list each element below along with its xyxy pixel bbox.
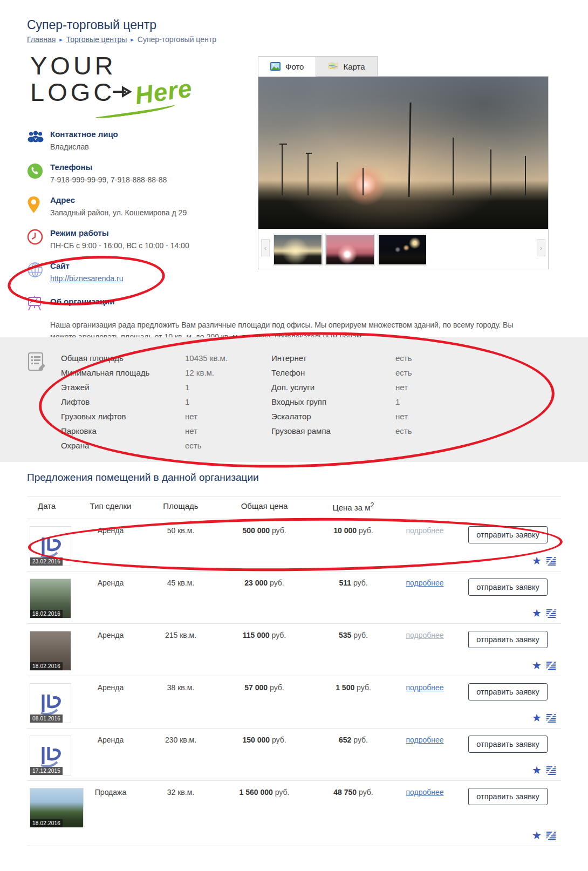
work-hours-item: Режим работы ПН-СБ с 9:00 - 16:00, ВС с … [27,228,259,252]
char-value: 1 [395,394,482,409]
main-photo [258,77,548,229]
tab-photo[interactable]: Фото [258,56,316,77]
send-request-button[interactable]: отправить заявку [468,526,547,543]
compare-icon[interactable] [546,831,556,840]
send-request-button[interactable]: отправить заявку [468,736,547,753]
offer-total-price: 115 000 руб. [216,631,313,676]
characteristics-left-column: Общая площадь10435 кв.м. Минимальная пло… [61,351,271,453]
breadcrumb-malls-link[interactable]: Торговые центры [66,35,127,44]
offer-thumbnail[interactable]: 17.12.2015 [30,736,71,775]
address-value: Западный район, ул. Кошемирова д 29 [50,208,187,217]
site-link[interactable]: http://biznesarenda.ru [50,274,123,283]
favorite-star-icon[interactable]: ★ [532,660,542,671]
contact-person-label: Контактное лицо [50,130,118,139]
favorite-star-icon[interactable]: ★ [532,555,542,566]
offer-price-per-m2: 10 000 руб. [313,526,394,571]
char-label: Телефон [271,365,395,380]
people-icon [27,130,50,153]
char-value: 12 кв.м. [185,365,271,380]
phones-item: Телефоны 7-918-999-99-99, 7-918-888-88-8… [27,162,259,186]
favorite-star-icon[interactable]: ★ [532,712,542,723]
thumbnail-1[interactable] [273,234,323,266]
breadcrumb: Главная▸Торговые центры▸Супер-торговый ц… [27,35,216,44]
site-label: Сайт [50,261,123,270]
about-label: Об организации [50,295,115,310]
offer-type: Аренда [76,683,146,728]
offer-area: 215 кв.м. [146,631,216,676]
work-hours-value: ПН-СБ с 9:00 - 16:00, ВС с 10:00 - 14:00 [50,241,189,250]
favorite-star-icon[interactable]: ★ [532,608,542,618]
breadcrumb-home-link[interactable]: Главная [27,35,56,44]
tab-photo-label: Фото [285,62,304,71]
offer-thumbnail[interactable]: 23.02.2016 [30,526,71,566]
send-request-button[interactable]: отправить заявку [468,579,547,596]
char-label: Входных групп [271,394,395,409]
details-link[interactable]: подробнее [406,526,443,535]
compare-icon[interactable] [546,609,556,618]
offer-area: 230 кв.м. [146,736,216,780]
char-label: Общая площадь [61,351,185,365]
thumbnail-2[interactable] [325,234,375,266]
char-label: Лифтов [61,394,185,409]
header-date: Дата [27,501,76,512]
offers-title: Предложения помещений в данной организац… [27,472,588,484]
offer-row: 18.02.2016 Аренда 215 кв.м. 115 000 руб.… [27,623,561,676]
offer-row: 18.02.2016 Продажа 32 кв.м. 1 560 000 ру… [27,780,561,846]
details-link[interactable]: подробнее [406,736,443,744]
char-label: Грузовая рампа [271,424,395,438]
details-link[interactable]: подробнее [406,788,443,797]
offer-thumbnail[interactable]: 08.01.2016 [30,683,71,723]
offers-section: Предложения помещений в данной организац… [0,472,588,846]
header-type: Тип сделки [76,501,146,512]
offer-price-per-m2: 535 руб. [313,631,394,676]
tab-map-label: Карта [343,62,365,71]
offer-total-price: 150 000 руб. [216,736,313,780]
contact-person-item: Контактное лицо Владислав [27,130,259,153]
char-label: Эскалатор [271,409,395,424]
offer-type: Аренда [76,736,146,780]
char-value: нет [395,380,482,394]
details-link[interactable]: подробнее [406,579,443,587]
company-logo: YOUR LOGC Here [30,54,192,124]
address-label: Адрес [50,195,187,205]
favorite-star-icon[interactable]: ★ [532,830,542,841]
site-item: Сайт http://biznesarenda.ru [27,261,259,285]
char-label: Парковка [61,424,185,438]
offer-price-per-m2: 652 руб. [313,736,394,780]
send-request-button[interactable]: отправить заявку [468,788,547,805]
offer-total-price: 1 560 000 руб. [216,788,313,846]
char-value: нет [395,409,482,424]
send-request-button[interactable]: отправить заявку [468,631,547,648]
phone-icon [27,162,50,186]
offer-type: Аренда [76,579,146,623]
offer-total-price: 23 000 руб. [216,579,313,623]
offer-date: 18.02.2016 [30,662,63,670]
compare-icon[interactable] [546,556,556,566]
send-request-button[interactable]: отправить заявку [468,683,547,700]
char-value: есть [185,438,271,453]
thumbs-next-button[interactable]: › [537,239,545,256]
breadcrumb-current: Супер-торговый центр [138,35,216,44]
offer-thumbnail[interactable]: 18.02.2016 [30,631,71,671]
char-label: Интернет [271,351,395,365]
char-value: 1 [185,380,271,394]
tab-map[interactable]: Карта [316,56,377,77]
phones-value: 7-918-999-99-99, 7-918-888-88-88 [50,175,167,184]
offer-thumbnail[interactable]: 18.02.2016 [30,579,71,618]
details-link[interactable]: подробнее [406,631,443,639]
map-icon [328,62,338,71]
thumbs-prev-button[interactable]: ‹ [261,239,270,256]
offer-area: 32 кв.м. [146,788,216,846]
offer-area: 38 кв.м. [146,683,216,728]
offer-thumbnail[interactable]: 18.02.2016 [30,788,84,828]
char-value: нет [185,409,271,424]
favorite-star-icon[interactable]: ★ [532,765,542,775]
char-value: есть [395,351,482,365]
compare-icon[interactable] [546,713,556,723]
compare-icon[interactable] [546,661,556,670]
thumbnail-3[interactable] [378,234,427,266]
compare-icon[interactable] [546,766,556,775]
presentation-board-icon [27,295,50,314]
offer-area: 45 кв.м. [146,579,216,623]
details-link[interactable]: подробнее [406,683,443,692]
